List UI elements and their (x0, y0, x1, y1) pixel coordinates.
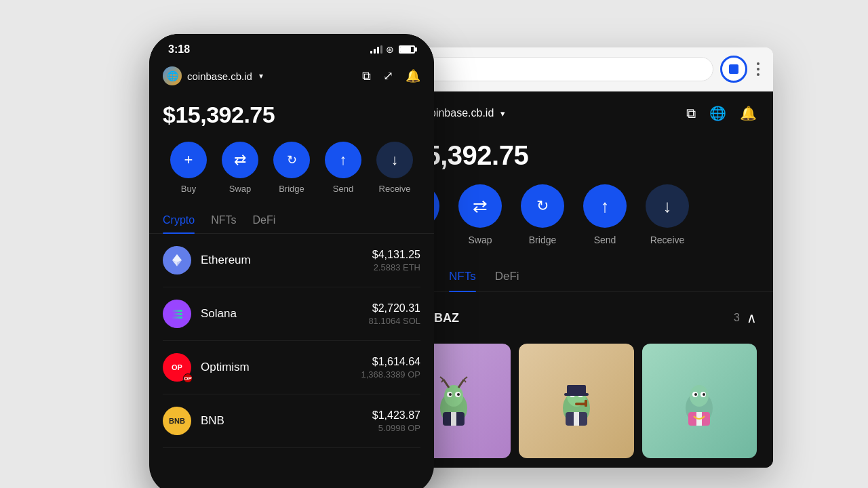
wallet-identity[interactable]: 🌐 coinbase.cb.id ▾ (163, 66, 263, 85)
browser-wallet-name: coinbase.cb.id (425, 107, 494, 119)
browser-tab-defi[interactable]: DeFi (495, 262, 519, 291)
browser-copy-icon[interactable]: ⧉ (686, 106, 696, 121)
status-icons: ⊛ (370, 44, 415, 55)
tab-crypto[interactable]: Crypto (163, 207, 195, 233)
bnb-logo: BNB (163, 407, 191, 435)
browser-window: 🌐 coinbase.cb.id ▾ ⧉ 🌐 🔔 $15,392.75 + B (380, 47, 773, 468)
list-item[interactable]: BNB BNB $1,423.87 5.0998 OP (163, 394, 420, 448)
nft-card-2[interactable] (519, 344, 633, 458)
sol-value: $2,720.31 (368, 302, 420, 314)
browser-menu[interactable] (754, 60, 762, 79)
stop-button[interactable] (720, 56, 747, 83)
browser-send-icon[interactable]: ↑ (583, 184, 627, 228)
bridge-button[interactable]: ↻ Bridge (273, 142, 310, 194)
signal-icon (370, 45, 382, 54)
svg-line-6 (440, 377, 443, 380)
buy-label: Buy (181, 184, 196, 194)
list-item[interactable]: Solana $2,720.31 81.1064 SOL (163, 287, 420, 341)
nft-collection-name: BAZ (434, 311, 459, 325)
svg-rect-25 (567, 385, 586, 394)
browser-tab-nfts[interactable]: NFTs (449, 262, 476, 291)
eth-name: Ethereum (201, 253, 251, 267)
phone-header: 🌐 coinbase.cb.id ▾ ⧉ ⤢ 🔔 (149, 61, 434, 91)
balance-amount: $15,392.75 (163, 102, 420, 128)
nft-card-3[interactable] (642, 344, 757, 458)
svg-rect-28 (574, 412, 579, 426)
op-name: Optimism (201, 361, 250, 374)
tab-defi[interactable]: DeFi (252, 207, 275, 233)
browser-bell-icon[interactable]: 🔔 (740, 105, 757, 121)
svg-rect-24 (585, 400, 587, 407)
avatar: 🌐 (163, 66, 182, 85)
svg-line-5 (443, 380, 449, 388)
browser-toolbar (380, 47, 773, 92)
browser-chevron-down-icon: ▾ (500, 108, 505, 119)
svg-point-34 (703, 393, 705, 396)
nft-collection-toggle-icon[interactable]: ∧ (747, 310, 757, 326)
send-label: Send (333, 184, 353, 194)
bell-icon[interactable]: 🔔 (406, 68, 420, 83)
header-actions: ⧉ ⤢ 🔔 (362, 68, 420, 83)
list-item[interactable]: Ethereum $4,131.25 2.5883 ETH (163, 234, 420, 287)
svg-line-10 (464, 380, 466, 382)
bnb-name: BNB (201, 414, 224, 428)
expand-icon[interactable]: ⤢ (383, 68, 393, 83)
sol-logo (163, 300, 191, 328)
crypto-right-op: $1,614.64 1,368.3389 OP (361, 356, 420, 380)
address-bar[interactable] (391, 57, 713, 81)
nft-3-image (642, 344, 757, 458)
browser-wallet-header: 🌐 coinbase.cb.id ▾ ⧉ 🌐 🔔 (380, 92, 773, 135)
op-amount: 1,368.3389 OP (361, 369, 420, 380)
swap-icon[interactable]: ⇄ (222, 142, 258, 178)
browser-globe-icon[interactable]: 🌐 (709, 105, 726, 121)
svg-point-14 (457, 393, 460, 396)
bridge-label: Bridge (279, 184, 304, 194)
receive-button[interactable]: ↓ Receive (376, 142, 413, 194)
browser-send-label: Send (594, 235, 616, 245)
stop-icon (729, 64, 738, 74)
swap-button[interactable]: ⇄ Swap (222, 142, 258, 194)
crypto-left-op: OP OP Optimism (163, 353, 250, 382)
buy-icon[interactable]: + (170, 142, 207, 178)
buy-button[interactable]: + Buy (170, 142, 207, 194)
tab-nfts[interactable]: NFTs (211, 207, 236, 233)
wallet-name: coinbase.cb.id (187, 70, 252, 82)
op-value: $1,614.64 (361, 356, 420, 368)
bridge-icon[interactable]: ↻ (273, 142, 310, 178)
phone-device: 3:18 ⊛ 🌐 co (149, 34, 434, 488)
send-icon[interactable]: ↑ (325, 142, 361, 178)
svg-line-9 (464, 377, 467, 380)
list-item[interactable]: OP OP Optimism $1,614.64 1,368.3389 OP (163, 341, 420, 394)
status-bar: 3:18 ⊛ (149, 34, 434, 61)
browser-receive-icon[interactable]: ↓ (646, 184, 689, 228)
svg-rect-26 (564, 393, 589, 396)
wifi-icon: ⊛ (386, 44, 394, 55)
receive-label: Receive (379, 184, 411, 194)
browser-receive-button[interactable]: ↓ Receive (646, 184, 689, 245)
browser-tabs: Crypto NFTs DeFi (380, 262, 773, 292)
browser-swap-button[interactable]: ⇄ Swap (458, 184, 502, 245)
scene: 3:18 ⊛ 🌐 co (95, 20, 773, 468)
balance-section: $15,392.75 (149, 91, 434, 142)
battery-icon (399, 45, 415, 54)
browser-bridge-icon[interactable]: ↻ (521, 184, 564, 228)
browser-header-actions: ⧉ 🌐 🔔 (686, 105, 757, 121)
action-buttons: + Buy ⇄ Swap ↻ Bridge ↑ Send ↓ Receive (149, 142, 434, 207)
op-logo: OP OP (163, 353, 191, 382)
crypto-left-sol: Solana (163, 300, 237, 328)
svg-line-8 (458, 380, 464, 388)
browser-swap-label: Swap (468, 235, 492, 245)
browser-bridge-button[interactable]: ↻ Bridge (521, 184, 564, 245)
phone-tabs: Crypto NFTs DeFi (149, 207, 434, 234)
crypto-left-bnb: BNB BNB (163, 407, 224, 435)
bnb-value: $1,423.87 (372, 409, 420, 422)
browser-swap-icon[interactable]: ⇄ (458, 184, 502, 228)
copy-icon[interactable]: ⧉ (362, 69, 371, 83)
receive-icon[interactable]: ↓ (376, 142, 413, 178)
send-button[interactable]: ↑ Send (325, 142, 361, 194)
browser-send-button[interactable]: ↑ Send (583, 184, 627, 245)
svg-point-30 (690, 385, 709, 407)
sol-amount: 81.1064 SOL (368, 316, 420, 326)
bnb-amount: 5.0998 OP (372, 423, 420, 433)
browser-content: 🌐 coinbase.cb.id ▾ ⧉ 🌐 🔔 $15,392.75 + B (380, 92, 773, 468)
